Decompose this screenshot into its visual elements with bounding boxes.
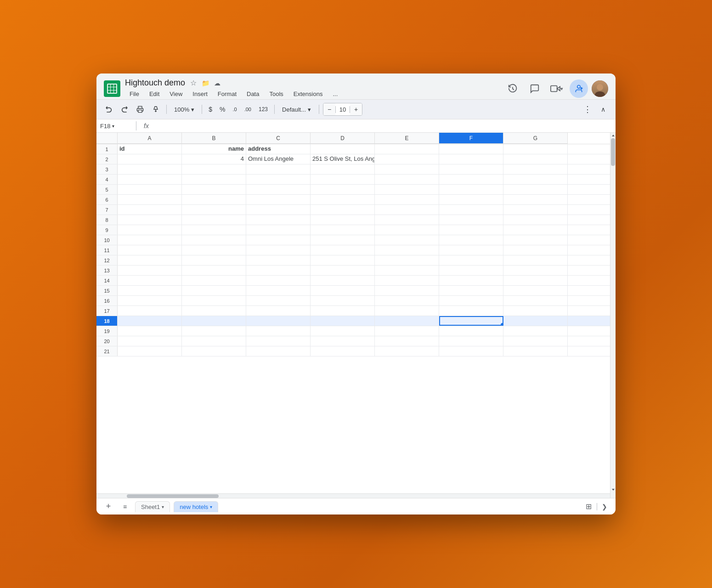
cell-f2[interactable] xyxy=(439,154,503,164)
cell-e1[interactable] xyxy=(375,144,439,154)
cell-a2[interactable] xyxy=(118,154,182,164)
row-num-18[interactable]: 18 xyxy=(96,316,118,326)
table-row: 12 xyxy=(96,255,610,266)
video-icon[interactable]: ▾ xyxy=(548,79,566,98)
cell-handle[interactable] xyxy=(501,323,503,326)
more-options-button[interactable]: ⋮ xyxy=(581,102,594,116)
table-row: 16 xyxy=(96,296,610,306)
cell-f18[interactable] xyxy=(439,316,503,326)
user-avatar[interactable] xyxy=(592,80,608,97)
currency-button[interactable]: $ xyxy=(206,104,215,115)
zoom-dropdown[interactable]: 100% ▾ xyxy=(170,104,198,115)
redo-button[interactable] xyxy=(118,102,131,116)
horizontal-scrollbar[interactable] xyxy=(96,493,610,498)
font-size-increase-button[interactable]: + xyxy=(350,103,362,115)
menu-edit[interactable]: Edit xyxy=(145,89,164,99)
table-row: 3 xyxy=(96,164,610,175)
decimal-decrease-button[interactable]: .0 xyxy=(230,105,240,114)
bottom-divider xyxy=(597,503,597,510)
cell-a18[interactable] xyxy=(118,316,182,326)
cell-g1[interactable] xyxy=(503,144,568,154)
corner-cell xyxy=(96,133,118,144)
title-bar: Hightouch demo ☆ 📁 ☁ File Edit View Inse… xyxy=(96,74,616,100)
title-icons: ☆ 📁 ☁ xyxy=(189,79,222,88)
add-sheet-right-button[interactable]: ⊞ xyxy=(582,500,595,513)
cell-b1[interactable]: name xyxy=(182,144,246,154)
cell-c1[interactable]: address xyxy=(246,144,311,154)
scroll-up-button[interactable] xyxy=(610,133,616,138)
cell-a1[interactable]: id xyxy=(118,144,182,154)
menu-data[interactable]: Data xyxy=(242,89,264,99)
number-format-button[interactable]: 123 xyxy=(256,104,271,114)
sheet-tab-sheet1[interactable]: Sheet1 ▾ xyxy=(135,501,170,512)
grid-body: 1 id name address 2 4 Omni Los xyxy=(96,144,610,493)
cell-g2[interactable] xyxy=(503,154,568,164)
menu-more[interactable]: ... xyxy=(328,89,342,99)
col-header-b[interactable]: B xyxy=(182,133,246,144)
menu-tools[interactable]: Tools xyxy=(265,89,288,99)
history-icon[interactable] xyxy=(503,79,522,98)
decimal-increase-button[interactable]: .00 xyxy=(242,105,254,114)
cell-e18[interactable] xyxy=(375,316,439,326)
menu-format[interactable]: Format xyxy=(213,89,241,99)
menu-insert[interactable]: Insert xyxy=(188,89,212,99)
cloud-icon[interactable]: ☁ xyxy=(213,79,222,88)
font-name: Default... xyxy=(282,106,306,113)
cell-ref-arrow-icon: ▾ xyxy=(112,124,114,129)
table-row: 20 xyxy=(96,336,610,346)
paint-format-button[interactable] xyxy=(149,102,163,116)
folder-icon[interactable]: 📁 xyxy=(201,79,210,88)
scroll-track[interactable] xyxy=(610,138,616,487)
sheets-menu-button[interactable]: ≡ xyxy=(119,500,131,513)
cell-d18[interactable] xyxy=(311,316,375,326)
scroll-down-button[interactable] xyxy=(610,487,616,492)
menu-file[interactable]: File xyxy=(125,89,144,99)
spreadsheet-area: A B C D E F G 1 id name address xyxy=(96,133,616,498)
row-num-2[interactable]: 2 xyxy=(96,154,118,164)
col-header-g[interactable]: G xyxy=(503,133,568,144)
font-selector[interactable]: Default... ▾ xyxy=(278,104,315,115)
col-header-f[interactable]: F xyxy=(439,133,503,144)
menu-extensions[interactable]: Extensions xyxy=(289,89,328,99)
table-row: 8 xyxy=(96,215,610,225)
col-header-c[interactable]: C xyxy=(246,133,311,144)
col-header-e[interactable]: E xyxy=(375,133,439,144)
star-icon[interactable]: ☆ xyxy=(189,79,198,88)
undo-button[interactable] xyxy=(102,102,116,116)
cell-b2[interactable]: 4 xyxy=(182,154,246,164)
cell-b18[interactable] xyxy=(182,316,246,326)
cell-f1[interactable] xyxy=(439,144,503,154)
svg-rect-0 xyxy=(551,86,557,92)
scrollbar-h-thumb[interactable] xyxy=(127,494,219,498)
sheets-logo xyxy=(107,84,117,94)
vertical-scrollbar[interactable] xyxy=(610,133,616,498)
table-row: 4 xyxy=(96,175,610,185)
menu-view[interactable]: View xyxy=(165,89,187,99)
collapse-toolbar-button[interactable]: ∧ xyxy=(596,102,610,116)
share-button[interactable] xyxy=(570,79,588,98)
font-size-decrease-button[interactable]: − xyxy=(323,103,335,115)
percent-button[interactable]: % xyxy=(217,104,228,115)
cell-reference[interactable]: F18 ▾ xyxy=(100,123,132,130)
cell-c18[interactable] xyxy=(246,316,311,326)
font-size-control: − 10 + xyxy=(323,103,362,116)
title-section: Hightouch demo ☆ 📁 ☁ File Edit View Inse… xyxy=(125,78,499,99)
row-num-1[interactable]: 1 xyxy=(96,144,118,154)
scroll-thumb[interactable] xyxy=(611,138,615,166)
collapse-right-button[interactable]: ❯ xyxy=(599,501,610,512)
cell-d1[interactable] xyxy=(311,144,375,154)
formula-input[interactable] xyxy=(156,123,612,130)
cell-c2[interactable]: Omni Los Angele xyxy=(246,154,311,164)
col-header-a[interactable]: A xyxy=(118,133,182,144)
add-sheet-button[interactable]: + xyxy=(102,500,115,513)
col-header-d[interactable]: D xyxy=(311,133,375,144)
cell-g18[interactable] xyxy=(503,316,568,326)
scrollbar-h-track[interactable] xyxy=(118,494,610,498)
print-button[interactable] xyxy=(133,102,147,116)
cell-d2[interactable]: 251 S Olive St, Los Angeles, CA 90012 xyxy=(311,154,375,164)
sheet-tab-new-hotels[interactable]: new hotels ▾ xyxy=(174,501,218,512)
font-size-value[interactable]: 10 xyxy=(335,106,350,113)
cell-e2[interactable] xyxy=(375,154,439,164)
avatar-face xyxy=(592,80,608,97)
comment-icon[interactable] xyxy=(526,79,544,98)
